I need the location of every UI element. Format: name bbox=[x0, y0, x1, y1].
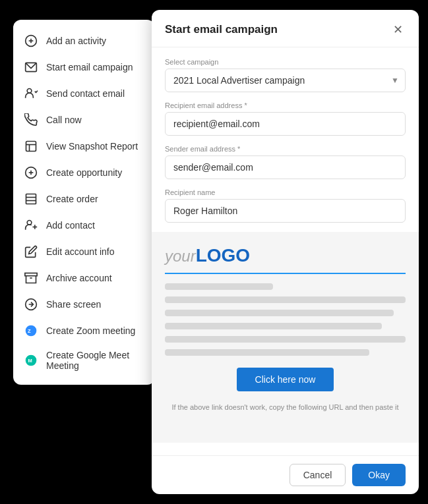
recipient-email-input[interactable] bbox=[165, 112, 406, 136]
placeholder-line bbox=[165, 296, 406, 303]
recipient-name-label: Recipient name bbox=[165, 188, 406, 196]
modal-dialog: Start email campaign ✕ Select campaign 2… bbox=[152, 10, 419, 494]
logo-area: yourLOGO bbox=[165, 245, 406, 274]
campaign-select-wrapper: 2021 Local Advertiser campaign ▼ bbox=[165, 69, 406, 92]
placeholder-line bbox=[165, 310, 394, 316]
sidebar-item-archive-account[interactable]: Archive account bbox=[13, 265, 155, 291]
modal-header: Start email campaign ✕ bbox=[152, 10, 419, 47]
placeholder-line bbox=[165, 349, 369, 356]
sidebar-item-call-now[interactable]: Call now bbox=[13, 107, 155, 133]
sidebar-item-label: Create Google Meet Meeting bbox=[46, 350, 144, 371]
modal-footer: Cancel Okay bbox=[152, 455, 419, 494]
phone-icon bbox=[24, 113, 38, 127]
sender-email-label: Sender email address * bbox=[165, 145, 406, 153]
campaign-field-group: Select campaign 2021 Local Advertiser ca… bbox=[165, 58, 406, 92]
share-screen-icon bbox=[24, 297, 38, 312]
sidebar-item-label: Create opportunity bbox=[46, 167, 122, 178]
sidebar-item-view-snapshot[interactable]: View Snapshot Report bbox=[13, 133, 155, 159]
archive-icon bbox=[24, 271, 38, 285]
logo-text: yourLOGO bbox=[165, 247, 250, 265]
sender-email-group: Sender email address * bbox=[165, 145, 406, 179]
sidebar-item-create-zoom[interactable]: Z Create Zoom meeting bbox=[13, 318, 155, 344]
svg-point-20 bbox=[26, 325, 37, 337]
sidebar-item-label: Add an activity bbox=[46, 36, 106, 46]
sidebar-item-label: View Snapshot Report bbox=[46, 141, 138, 152]
sidebar-item-create-google-meet[interactable]: M Create Google Meet Meeting bbox=[13, 344, 155, 377]
campaign-select[interactable]: 2021 Local Advertiser campaign bbox=[165, 69, 406, 92]
svg-rect-11 bbox=[26, 194, 36, 204]
sidebar-item-label: Create order bbox=[46, 194, 98, 204]
recipient-name-group: Recipient name bbox=[165, 188, 406, 223]
left-menu-panel: Add an activity Start email campaign Sen… bbox=[13, 20, 155, 385]
sidebar-item-add-activity[interactable]: Add an activity bbox=[13, 28, 155, 54]
placeholder-line bbox=[165, 283, 273, 290]
link-fallback-text: If the above link doesn't work, copy the… bbox=[165, 403, 406, 411]
sidebar-item-label: Call now bbox=[46, 115, 82, 125]
sidebar-item-edit-account[interactable]: Edit account info bbox=[13, 238, 155, 265]
sidebar-item-label: Send contact email bbox=[46, 88, 125, 99]
edit-icon bbox=[24, 244, 38, 259]
svg-point-4 bbox=[27, 89, 32, 94]
sidebar-item-create-order[interactable]: Create order bbox=[13, 186, 155, 212]
email-icon bbox=[24, 60, 38, 74]
placeholder-line bbox=[165, 336, 406, 343]
sidebar-item-label: Archive account bbox=[46, 273, 112, 283]
sidebar-item-label: Share screen bbox=[46, 299, 101, 310]
sidebar-item-label: Create Zoom meeting bbox=[46, 325, 135, 336]
sidebar-item-label: Start email campaign bbox=[46, 62, 133, 72]
sidebar-item-add-contact[interactable]: Add contact bbox=[13, 212, 155, 238]
okay-button[interactable]: Okay bbox=[352, 464, 406, 486]
close-button[interactable]: ✕ bbox=[390, 22, 406, 38]
sidebar-item-share-screen[interactable]: Share screen bbox=[13, 291, 155, 318]
modal-title: Start email campaign bbox=[165, 23, 278, 36]
snapshot-icon bbox=[24, 139, 38, 154]
svg-rect-17 bbox=[25, 273, 37, 276]
recipient-email-group: Recipient email address * bbox=[165, 101, 406, 136]
sidebar-item-label: Edit account info bbox=[46, 246, 115, 257]
sidebar-item-start-email[interactable]: Start email campaign bbox=[13, 54, 155, 80]
email-preview: yourLOGO Click here now If the above lin… bbox=[152, 232, 419, 443]
sidebar-item-create-opportunity[interactable]: Create opportunity bbox=[13, 159, 155, 186]
svg-text:Z: Z bbox=[28, 328, 31, 334]
opportunity-icon bbox=[24, 165, 38, 180]
recipient-email-label: Recipient email address * bbox=[165, 101, 406, 109]
cta-button[interactable]: Click here now bbox=[237, 368, 334, 391]
order-icon bbox=[24, 192, 38, 206]
contact-email-icon bbox=[24, 86, 38, 101]
google-meet-icon: M bbox=[24, 353, 38, 368]
placeholder-line bbox=[165, 323, 382, 329]
plus-circle-icon bbox=[24, 34, 38, 48]
sender-email-input[interactable] bbox=[165, 155, 406, 179]
svg-rect-5 bbox=[26, 142, 36, 152]
modal-body: Select campaign 2021 Local Advertiser ca… bbox=[152, 47, 419, 455]
cancel-button[interactable]: Cancel bbox=[290, 464, 346, 486]
add-contact-icon bbox=[24, 218, 38, 233]
sidebar-item-label: Add contact bbox=[46, 220, 95, 231]
svg-text:M: M bbox=[28, 358, 32, 364]
zoom-icon: Z bbox=[24, 323, 38, 338]
campaign-label: Select campaign bbox=[165, 58, 406, 66]
placeholder-lines bbox=[165, 283, 406, 356]
recipient-name-input[interactable] bbox=[165, 199, 406, 223]
sidebar-item-send-contact-email[interactable]: Send contact email bbox=[13, 80, 155, 107]
